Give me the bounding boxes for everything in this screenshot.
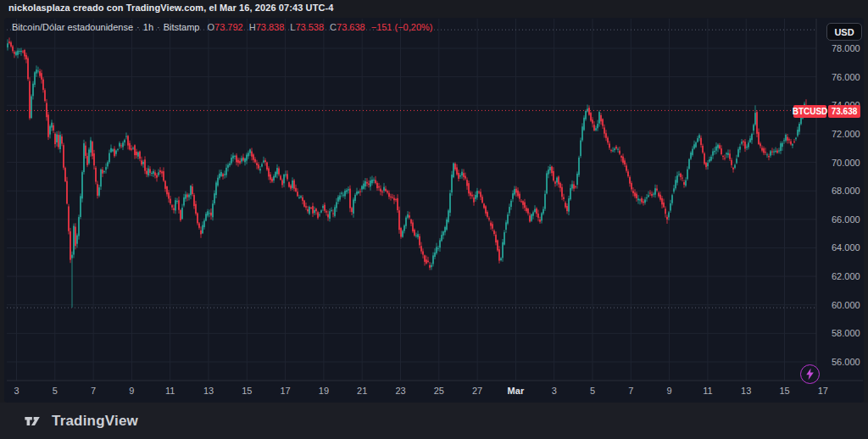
- time-axis-label: Mar: [508, 386, 525, 397]
- price-axis-label: 62.000: [832, 271, 860, 281]
- time-axis-label: 13: [203, 386, 214, 397]
- price-axis-label: 72.000: [832, 129, 860, 139]
- interval-label: 1h: [143, 22, 153, 32]
- price-line-value-badge: 73.638: [828, 105, 860, 118]
- time-axis-label: 15: [779, 386, 789, 397]
- price-line-symbol-badge: BTCUSD: [793, 105, 826, 118]
- change-value: −151 (−0,20%): [371, 22, 433, 32]
- brand-text: TradingView: [52, 413, 138, 430]
- low-value: 73.538: [295, 22, 324, 32]
- price-axis-label: 56.000: [832, 357, 860, 367]
- time-axis-label: 3: [552, 386, 557, 397]
- price-axis-label: 70.000: [832, 158, 860, 168]
- open-label: O: [207, 22, 214, 32]
- time-axis-label: 7: [628, 386, 633, 397]
- time-axis-label: 25: [434, 386, 444, 397]
- price-axis-label: 78.000: [832, 43, 860, 53]
- price-axis-label: 58.000: [832, 328, 860, 338]
- tradingview-snapshot: { "attribution": "nickolasplaza creado c…: [0, 0, 868, 439]
- time-axis-label: 11: [703, 386, 712, 397]
- currency-button[interactable]: USD: [826, 23, 862, 41]
- time-axis-label: 9: [129, 386, 134, 397]
- price-axis-label: 76.000: [832, 72, 860, 82]
- lightning-bolt-icon: [804, 368, 815, 381]
- tradingview-logo: [24, 414, 46, 428]
- high-value: 73.838: [256, 22, 285, 32]
- close-label: C: [330, 22, 337, 32]
- time-axis-label: 23: [395, 386, 405, 397]
- price-axis-label: 68.000: [832, 186, 860, 196]
- flash-button[interactable]: [800, 364, 820, 384]
- time-axis-label: 17: [280, 386, 290, 397]
- price-axis-label: 60.000: [832, 300, 860, 310]
- time-axis-label: 5: [53, 386, 58, 397]
- time-axis-label: 3: [14, 386, 19, 397]
- price-axis-label: 64.000: [832, 242, 860, 253]
- time-axis-label: 21: [357, 386, 367, 397]
- time-axis-label: 17: [818, 386, 828, 397]
- high-label: H: [249, 22, 256, 32]
- time-axis-label: 11: [165, 386, 175, 397]
- separator: ·: [133, 22, 143, 32]
- ohlc-values: O73.792 H73.838 L73.538 C73.638: [207, 22, 364, 32]
- exchange-label: Bitstamp: [164, 22, 200, 32]
- footer-bar: TradingView: [0, 403, 868, 439]
- symbol-header[interactable]: Bitcoin/Dólar estadounidense · 1h · Bits…: [12, 21, 432, 33]
- time-axis-label: 15: [242, 386, 252, 397]
- symbol-title: Bitcoin/Dólar estadounidense: [12, 22, 133, 32]
- separator: ·: [153, 22, 164, 32]
- tradingview-brand-link[interactable]: TradingView: [24, 413, 138, 430]
- time-axis-label: 27: [472, 386, 482, 397]
- close-value: 73.638: [337, 22, 365, 32]
- time-axis-label: 19: [319, 386, 329, 397]
- time-axis-label: 9: [667, 386, 672, 397]
- time-axis-label: 13: [741, 386, 751, 397]
- time-axis-label: 7: [91, 386, 96, 397]
- time-axis-label: 5: [590, 386, 595, 397]
- open-value: 73.792: [214, 22, 243, 32]
- candlestick-chart[interactable]: [0, 0, 868, 439]
- price-axis-label: 66.000: [832, 214, 860, 225]
